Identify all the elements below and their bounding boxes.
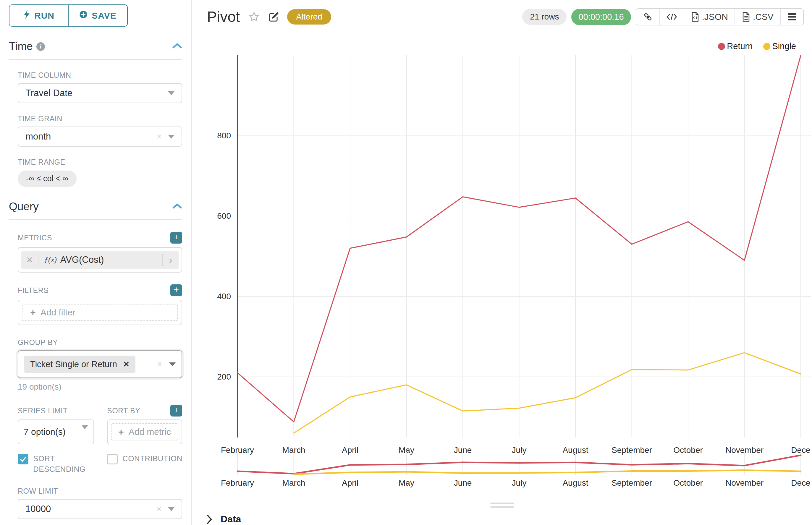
pane-resize-handle[interactable] (490, 502, 514, 510)
altered-badge[interactable]: Altered (287, 9, 331, 25)
chevron-right-icon[interactable]: › (162, 254, 179, 266)
info-icon[interactable]: i (36, 42, 45, 51)
sort-by-field: SORT BY + + Add metric (107, 405, 182, 444)
time-range-pill[interactable]: -∞ ≤ col < ∞ (18, 170, 77, 187)
run-button[interactable]: RUN (10, 5, 68, 26)
group-by-tag: Ticket Single or Return ✕ (24, 356, 135, 373)
sort-descending-checkbox-item[interactable]: SORT DESCENDING (18, 453, 94, 475)
drag-bar (490, 506, 514, 508)
clear-icon[interactable]: × (157, 359, 162, 369)
clear-icon[interactable]: × (157, 504, 161, 514)
checkbox-row: SORT DESCENDING CONTRIBUTION (18, 453, 182, 475)
chevron-right-icon (206, 514, 213, 524)
export-json-button[interactable]: .JSON (684, 9, 735, 25)
metric-name: AVG(Cost) (60, 255, 104, 265)
svg-text:200: 200 (217, 372, 231, 381)
time-column-field: TIME COLUMN Travel Date (18, 71, 182, 103)
save-button-label: SAVE (92, 11, 116, 21)
chevron-down-icon (168, 135, 175, 139)
add-metric-button[interactable]: + (170, 232, 182, 244)
time-section-title: Time (9, 40, 33, 52)
sort-by-container: + Add metric (107, 419, 182, 444)
run-save-button-group: RUN SAVE (9, 4, 128, 27)
contribution-checkbox-item[interactable]: CONTRIBUTION (107, 453, 182, 475)
data-section-toggle[interactable]: Data (206, 514, 241, 525)
time-grain-select[interactable]: month × (18, 126, 182, 147)
filters-label-row: FILTERS + (18, 284, 182, 296)
group-by-options-hint: 19 option(s) (18, 382, 182, 392)
svg-text:400: 400 (217, 292, 231, 301)
svg-text:600: 600 (217, 211, 231, 221)
row-limit-select[interactable]: 10000 × (18, 499, 182, 519)
favorite-star-icon[interactable] (248, 11, 260, 23)
time-range-label: TIME RANGE (18, 158, 182, 166)
chevron-down-icon (169, 362, 176, 366)
save-button[interactable]: SAVE (68, 5, 127, 26)
svg-text:May: May (399, 478, 414, 487)
divider (9, 59, 182, 60)
remove-tag-icon[interactable]: ✕ (123, 360, 130, 369)
group-by-label: GROUP BY (18, 338, 58, 347)
series-limit-label: SERIES LIMIT (18, 406, 68, 415)
contribution-label: CONTRIBUTION (122, 453, 182, 475)
svg-text:Dece: Dece (791, 478, 810, 487)
chevron-up-icon[interactable] (172, 43, 182, 50)
sort-by-label: SORT BY (107, 406, 140, 415)
add-sort-metric[interactable]: + Add metric (111, 423, 178, 440)
add-filter-label: Add filter (41, 308, 75, 317)
time-column-label: TIME COLUMN (18, 71, 182, 79)
checkbox-unchecked-icon[interactable] (107, 454, 118, 464)
metric-pill-body[interactable]: ƒ(x) AVG(Cost) (39, 255, 162, 265)
divider (9, 219, 182, 220)
chevron-up-icon[interactable] (172, 203, 182, 210)
drag-bar (490, 502, 514, 504)
time-grain-label: TIME GRAIN (18, 115, 182, 123)
plus-circle-icon (79, 10, 88, 21)
svg-text:July: July (512, 478, 527, 487)
filters-container: + Add filter (18, 300, 182, 325)
remove-metric-icon[interactable]: ✕ (21, 255, 39, 265)
series-sort-row: SERIES LIMIT 7 option(s) SORT BY + + Add… (18, 405, 182, 444)
time-section-header: Time i (9, 40, 182, 52)
range-selector-chart[interactable]: FebruaryMarchAprilMayJuneJulyAugustSepte… (195, 452, 812, 496)
metrics-label-row: METRICS + (18, 232, 182, 244)
time-column-select[interactable]: Travel Date (18, 83, 182, 103)
svg-text:August: August (562, 478, 588, 487)
data-section-label: Data (221, 514, 241, 525)
series-limit-value: 7 option(s) (24, 427, 65, 437)
clear-icon[interactable]: × (157, 132, 161, 141)
add-sort-metric-button[interactable]: + (170, 405, 182, 417)
chart-menu-button[interactable] (780, 9, 803, 25)
row-limit-field: ROW LIMIT 10000 × (18, 487, 182, 519)
export-csv-button[interactable]: .CSV (735, 9, 780, 25)
view-query-button[interactable] (660, 9, 684, 25)
svg-text:March: March (282, 478, 306, 487)
metric-pill[interactable]: ✕ ƒ(x) AVG(Cost) › (21, 251, 179, 269)
add-filter-button[interactable]: + Add filter (22, 304, 178, 321)
chevron-down-icon (168, 91, 175, 95)
plus-icon: + (118, 426, 124, 437)
chevron-down-icon (82, 425, 88, 434)
lightning-icon (23, 10, 30, 21)
svg-text:June: June (454, 478, 472, 487)
time-range-field: TIME RANGE -∞ ≤ col < ∞ (18, 158, 182, 187)
query-timer-badge: 00:00:00.16 (571, 9, 631, 25)
series-limit-field: SERIES LIMIT 7 option(s) (18, 405, 94, 444)
add-filter-plus-button[interactable]: + (170, 284, 182, 296)
svg-text:October: October (673, 478, 703, 487)
series-limit-select[interactable]: 7 option(s) (18, 419, 94, 444)
edit-pencil-icon[interactable] (268, 11, 279, 22)
metrics-container: ✕ ƒ(x) AVG(Cost) › (18, 247, 182, 272)
run-button-label: RUN (34, 11, 55, 21)
sort-descending-label: SORT DESCENDING (33, 453, 94, 475)
row-count-badge: 21 rows (522, 9, 566, 25)
checkbox-checked-icon[interactable] (18, 454, 28, 464)
group-by-select[interactable]: Ticket Single or Return ✕ × (18, 350, 182, 378)
short-link-button[interactable] (636, 9, 660, 25)
svg-text:September: September (611, 478, 652, 487)
chart-header: Pivot Altered 21 rows 00:00:00.16 (207, 7, 804, 27)
time-grain-field: TIME GRAIN month × (18, 115, 182, 147)
svg-text:800: 800 (217, 131, 231, 140)
chart-title: Pivot (207, 8, 240, 26)
control-panel-sidebar: RUN SAVE Time i TIME COLUMN Travel Date (0, 0, 192, 525)
